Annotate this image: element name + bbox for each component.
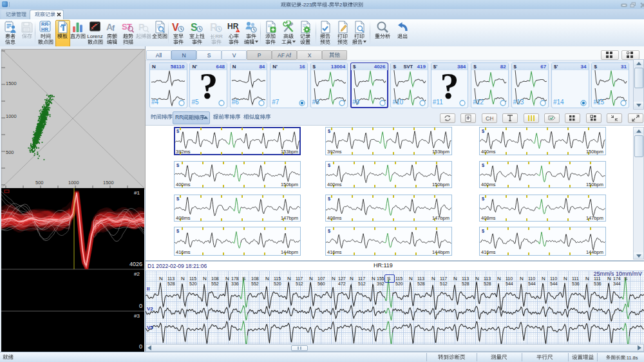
- svg-text:V: V: [172, 22, 179, 33]
- svg-text:!: !: [237, 29, 238, 33]
- svg-text:HR: HR: [41, 26, 48, 32]
- svg-text:S: S: [191, 22, 198, 33]
- svg-text:CH: CH: [486, 115, 493, 122]
- svg-text:f: f: [112, 24, 115, 33]
